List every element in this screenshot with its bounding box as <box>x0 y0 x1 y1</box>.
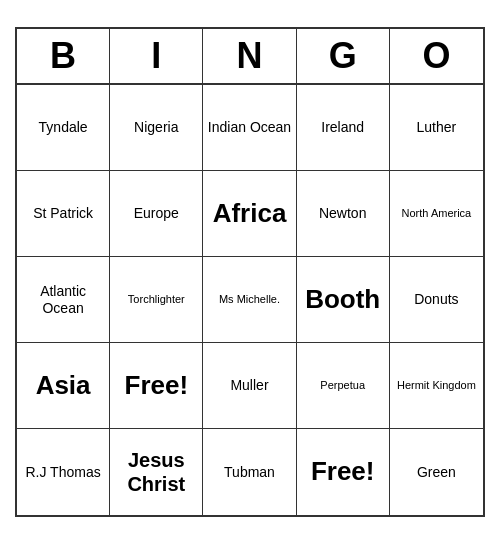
bingo-cell: Newton <box>297 171 390 257</box>
bingo-cell: Luther <box>390 85 483 171</box>
bingo-cell: Free! <box>110 343 203 429</box>
bingo-cell: Torchlighter <box>110 257 203 343</box>
bingo-cell: Africa <box>203 171 296 257</box>
header-letter: O <box>390 29 483 83</box>
bingo-cell: Tyndale <box>17 85 110 171</box>
bingo-cell: Muller <box>203 343 296 429</box>
bingo-cell: North America <box>390 171 483 257</box>
bingo-cell: Jesus Christ <box>110 429 203 515</box>
bingo-cell: Atlantic Ocean <box>17 257 110 343</box>
bingo-cell: Perpetua <box>297 343 390 429</box>
header-letter: N <box>203 29 296 83</box>
bingo-cell: Green <box>390 429 483 515</box>
bingo-cell: Booth <box>297 257 390 343</box>
bingo-cell: Hermit Kingdom <box>390 343 483 429</box>
bingo-cell: Tubman <box>203 429 296 515</box>
bingo-card: BINGO TyndaleNigeriaIndian OceanIrelandL… <box>15 27 485 517</box>
bingo-cell: Ms Michelle. <box>203 257 296 343</box>
bingo-cell: Ireland <box>297 85 390 171</box>
bingo-header: BINGO <box>17 29 483 85</box>
bingo-cell: Donuts <box>390 257 483 343</box>
bingo-cell: Europe <box>110 171 203 257</box>
bingo-cell: Indian Ocean <box>203 85 296 171</box>
bingo-cell: St Patrick <box>17 171 110 257</box>
bingo-cell: Asia <box>17 343 110 429</box>
bingo-grid: TyndaleNigeriaIndian OceanIrelandLutherS… <box>17 85 483 515</box>
bingo-cell: Free! <box>297 429 390 515</box>
bingo-cell: Nigeria <box>110 85 203 171</box>
header-letter: B <box>17 29 110 83</box>
header-letter: I <box>110 29 203 83</box>
bingo-cell: R.J Thomas <box>17 429 110 515</box>
header-letter: G <box>297 29 390 83</box>
